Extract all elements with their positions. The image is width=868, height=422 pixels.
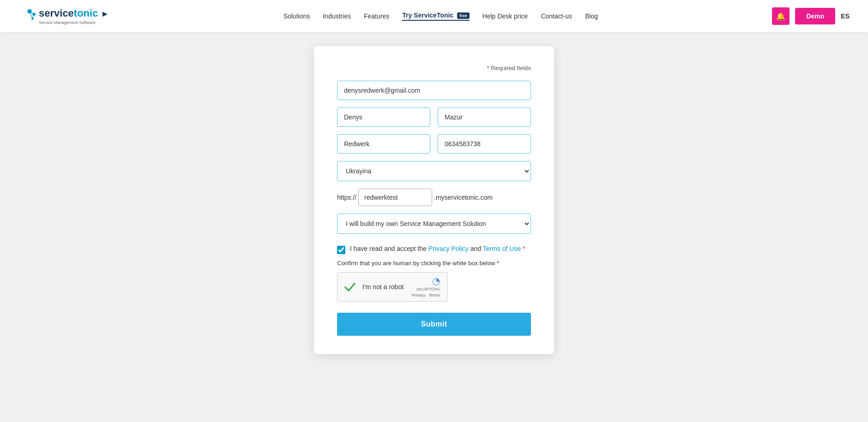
bell-icon: 🔔 xyxy=(776,12,785,21)
nav-helpdesk-price[interactable]: Help Desk price xyxy=(482,12,528,20)
company-field[interactable] xyxy=(337,134,430,154)
recaptcha-widget[interactable]: I'm not a robot ◔ reCAPTCHA Privacy · Te… xyxy=(337,272,448,302)
nav-blog[interactable]: Blog xyxy=(585,12,598,20)
nav-links: Solutions Industries Features Try Servic… xyxy=(283,12,598,21)
privacy-checkbox[interactable] xyxy=(337,246,345,254)
submit-button[interactable]: Submit xyxy=(337,313,531,336)
solution-group: I will build my own Service Management S… xyxy=(337,214,531,234)
svg-point-1 xyxy=(32,13,35,16)
last-name-field[interactable] xyxy=(438,107,531,127)
phone-field[interactable] xyxy=(438,134,531,154)
bell-button[interactable]: 🔔 xyxy=(772,7,790,25)
nav-contact-us[interactable]: Contact-us xyxy=(541,12,572,20)
recaptcha-logo-icon: ◔ xyxy=(412,275,440,286)
recaptcha-label: I'm not a robot xyxy=(362,283,404,291)
privacy-label: I have read and accept the Privacy Polic… xyxy=(350,245,525,252)
logo-text: servicetonic ► xyxy=(39,7,109,19)
privacy-checkbox-row: I have read and accept the Privacy Polic… xyxy=(337,245,531,254)
free-badge: free xyxy=(457,12,470,19)
country-group: Ukrayina Ukraine United States Germany S… xyxy=(337,161,531,181)
company-phone-row xyxy=(337,134,531,154)
email-field[interactable] xyxy=(337,81,531,100)
first-name-field[interactable] xyxy=(337,107,430,127)
nav-industries[interactable]: Industries xyxy=(323,12,351,20)
nav-features[interactable]: Features xyxy=(364,12,389,20)
nav-solutions[interactable]: Solutions xyxy=(283,12,310,20)
recaptcha-brand: reCAPTCHA Privacy · Terms xyxy=(412,286,440,298)
page-content: * Required fields Ukrayina Ukraine Unite… xyxy=(0,32,868,373)
navbar: servicetonic ► Service Management Softwa… xyxy=(0,0,868,32)
svg-point-0 xyxy=(27,9,32,14)
url-suffix: .myservicetonic.com xyxy=(434,194,493,201)
registration-form-card: * Required fields Ukrayina Ukraine Unite… xyxy=(314,46,554,354)
required-fields-note: * Required fields xyxy=(337,65,531,71)
email-group xyxy=(337,81,531,100)
url-row: https:// .myservicetonic.com xyxy=(337,189,531,206)
terms-of-use-link[interactable]: Terms of Use xyxy=(483,245,521,252)
country-select[interactable]: Ukrayina Ukraine United States Germany S… xyxy=(337,161,531,181)
language-button[interactable]: ES xyxy=(841,12,850,20)
name-row xyxy=(337,107,531,127)
logo-sub: Service Management Software xyxy=(39,20,109,25)
checkmark-icon xyxy=(343,280,357,294)
solution-select[interactable]: I will build my own Service Management S… xyxy=(337,214,531,234)
captcha-note: Confirm that you are human by clicking t… xyxy=(337,260,531,267)
logo: servicetonic ► Service Management Softwa… xyxy=(18,7,109,25)
nav-right: 🔔 Demo ES xyxy=(772,7,850,25)
url-prefix: https:// xyxy=(337,194,356,201)
demo-button[interactable]: Demo xyxy=(795,8,835,24)
nav-try-servicetonic[interactable]: Try ServiceTonic free xyxy=(402,12,469,21)
privacy-policy-link[interactable]: Privacy Policy xyxy=(428,245,469,252)
subdomain-field[interactable] xyxy=(358,189,432,206)
